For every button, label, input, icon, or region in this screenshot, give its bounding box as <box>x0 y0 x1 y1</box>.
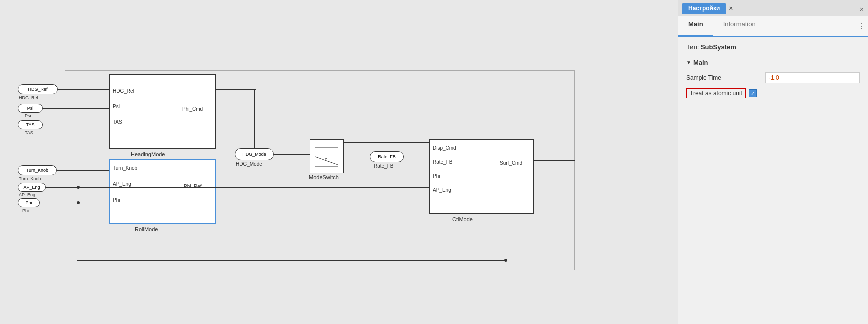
tab-close-button[interactable]: × <box>729 4 733 12</box>
heading-mode-label: HeadingMode <box>131 151 166 157</box>
inport-hdgref: HDG_Ref <box>18 84 58 94</box>
settings-panel: Настройки × × Main Information ⋮ Тип: Su… <box>678 0 868 324</box>
ctl-port-dispcmd: Disp_Cmd <box>433 145 456 151</box>
hm-out-phicmd: Phi_Cmd <box>182 106 203 112</box>
wire-apeng-ctl <box>77 187 429 188</box>
hdgmode-block: HDG_Mode <box>235 148 274 160</box>
wire-psi-h <box>43 108 109 109</box>
mode-switch-label: ModeSwitch <box>309 174 339 180</box>
atomic-unit-row: Treat as atomic unit ✓ <box>686 88 860 98</box>
section-main-header: ▼ Main <box>686 59 860 66</box>
ctlmode-label: CtlMode <box>452 216 473 222</box>
ctl-port-ratefb: Rate_FB <box>433 159 452 165</box>
ctl-port-phi: Phi <box>433 173 440 179</box>
ratefb-signal-label: Rate_FB <box>374 163 394 169</box>
wire-switch-ratefb <box>344 157 370 157</box>
wire-right-v <box>575 74 576 260</box>
atomic-unit-checkbox[interactable]: ✓ <box>749 89 757 97</box>
panel-header: Настройки × × <box>678 0 868 16</box>
wire-tas-h <box>43 125 109 125</box>
hm-port-psi: Psi <box>113 104 120 109</box>
inport-psi: Psi <box>18 104 43 113</box>
tab-main[interactable]: Main <box>678 16 714 36</box>
wire-switch-v <box>310 170 310 187</box>
wire-phi-down <box>77 201 78 260</box>
wire-hdgmode-switch <box>274 154 310 155</box>
mode-switch-svg: ≠= <box>310 140 344 174</box>
type-label: Тип: <box>686 43 699 51</box>
signal-turnknob: Turn_Knob <box>19 176 41 181</box>
type-value: SubSystem <box>701 43 736 51</box>
wire-phi-h <box>40 203 109 203</box>
wire-turnknob-h <box>57 170 109 171</box>
inport-turnknob: Turn_Knob <box>18 165 57 175</box>
wire-phicmd-out <box>216 89 256 90</box>
inport-apeng: AP_Eng <box>18 183 46 192</box>
simulink-canvas: HeadingMode HDG_Ref Psi TAS Phi_Cmd Roll… <box>0 0 678 324</box>
signal-tas: TAS <box>25 130 34 135</box>
wire-hdgref-h <box>58 89 109 90</box>
hdgmode-signal-label: HDG_Mode <box>236 161 262 167</box>
wire-phi-up-ctl <box>506 175 506 260</box>
roll-mode-label: RollMode <box>135 226 158 232</box>
signal-psi: Psi <box>25 113 32 118</box>
svg-text:≠=: ≠= <box>325 157 330 162</box>
panel-content: Тип: SubSystem ▼ Main Sample Time Treat … <box>678 37 868 324</box>
section-main-label: Main <box>694 59 708 66</box>
wire-surfcmd-r <box>534 160 575 161</box>
wire-hdgmode-v <box>254 89 255 148</box>
wire-bottom-h <box>77 260 506 261</box>
section-arrow-icon: ▼ <box>686 60 692 65</box>
rm-out-phiref: Phi_Ref <box>184 184 202 189</box>
panel-tab-bar: Main Information ⋮ <box>678 16 868 37</box>
rm-port-phi: Phi <box>113 197 120 203</box>
wire-dispcmd <box>344 142 429 143</box>
window-close-button[interactable]: × <box>856 3 868 15</box>
ctl-port-apeng: AP_Eng <box>433 187 452 193</box>
signal-hdgref: HDG_Ref <box>19 95 38 100</box>
ctl-out-surfcmd: Surf_Cmd <box>500 160 522 166</box>
rm-port-turnknob: Turn_Knob <box>113 165 138 171</box>
panel-menu-button[interactable]: ⋮ <box>856 16 868 36</box>
heading-mode-block[interactable] <box>109 74 216 149</box>
signal-phi: Phi <box>22 208 29 213</box>
hm-port-tas: TAS <box>113 119 122 125</box>
ratefb-block: Rate_FB <box>370 151 404 162</box>
rm-port-apeng: AP_Eng <box>113 181 132 187</box>
sample-time-label: Sample Time <box>686 74 762 81</box>
inport-phi: Phi <box>18 198 40 207</box>
type-line: Тип: SubSystem <box>686 43 860 51</box>
mode-switch-block[interactable]: ≠= <box>310 139 344 173</box>
signal-apeng: AP_Eng <box>19 192 36 197</box>
dot-bottom <box>504 259 508 262</box>
hm-port-hdgref: HDG_Ref <box>113 88 134 94</box>
wire-ratefb-ctl <box>404 157 429 157</box>
inport-tas: TAS <box>18 120 43 129</box>
active-tab-label[interactable]: Настройки <box>682 3 726 14</box>
tab-information[interactable]: Information <box>714 16 766 36</box>
atomic-unit-label: Treat as atomic unit <box>686 88 746 98</box>
sample-time-row: Sample Time <box>686 72 860 83</box>
sample-time-input[interactable] <box>766 72 860 83</box>
